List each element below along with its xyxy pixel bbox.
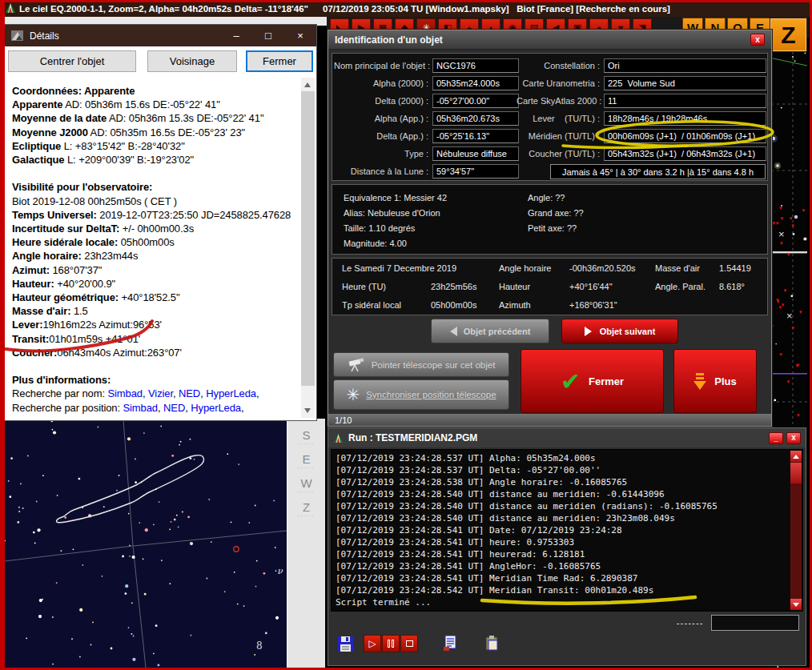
details-text: 01h01m59s +41°01' (49, 333, 140, 345)
field-value[interactable]: -05°27'00.00" (432, 94, 519, 108)
field-value[interactable]: Ori (604, 58, 766, 73)
pause-script-button[interactable] (382, 635, 400, 652)
zoom-z-button[interactable]: Z (770, 18, 807, 52)
external-link[interactable]: Simbad (123, 402, 158, 414)
save-button[interactable] (338, 636, 353, 652)
ephemeris-cell: 05h00m00s (431, 300, 477, 310)
stop-script-button[interactable] (400, 635, 418, 652)
scrollbar-thumb[interactable] (301, 91, 315, 386)
field-value[interactable]: 05h43m32s (J+1) / 06h43m32s (J+1) (604, 146, 766, 161)
details-line: Angle horaire: 23h23m44s (5, 249, 316, 263)
external-link[interactable]: NED (163, 402, 185, 414)
details-text: 1.5 (70, 305, 87, 317)
scroll-up-icon[interactable] (304, 82, 311, 87)
red-map-marker: ▾ (776, 220, 779, 226)
red-map-marker: ▾ (787, 251, 790, 257)
direction-button-e[interactable]: E (287, 452, 325, 466)
details-text: Biot 2019-12-08 00h25m50s ( CET ) (12, 195, 177, 207)
field-label: Alpha (2000) : (334, 78, 428, 88)
close-icon[interactable]: × (284, 25, 316, 46)
details-line: Recherche par position: Simbad, NED, Hyp… (5, 401, 316, 415)
red-map-marker: ▾ (776, 297, 779, 303)
details-text: Moyenne J2000 (12, 126, 88, 138)
field-value[interactable]: 11 (604, 94, 766, 108)
ephemeris-cell: Hauteur (499, 282, 530, 291)
previous-object-button[interactable]: Objet précédent (431, 319, 549, 343)
map-x-marker: × (778, 228, 785, 240)
external-link[interactable]: NED (179, 387, 200, 399)
details-line: Plus d'informations: (5, 373, 316, 387)
field-value[interactable]: 05h36m20.673s (432, 111, 519, 126)
scroll-down-icon[interactable] (304, 408, 311, 413)
details-window-icon (11, 30, 23, 41)
neighborhood-button[interactable]: Voisinage (147, 50, 237, 72)
field-value[interactable]: 225 Volume Sud (604, 76, 766, 90)
scrollbar-thumb[interactable] (790, 463, 802, 483)
info-line: Petit axe: ?? (528, 221, 584, 236)
point-telescope-button[interactable]: Pointer télescope sur cet objet (333, 352, 509, 377)
field-value[interactable]: -05°25'16.13" (432, 129, 519, 143)
details-scrollbar[interactable] (301, 78, 315, 418)
external-link[interactable]: Simbad (108, 387, 143, 399)
plus-button[interactable]: Plus (673, 349, 757, 413)
screen: Le ciel EQ.2000-1-1, Zoom=2, Alpha= 04h2… (0, 0, 812, 670)
details-content[interactable]: Coordonnées: ApparenteApparente AD: 05h3… (5, 77, 316, 420)
run-window: Run : TESTMERIDIAN2.PGM _ x [07/12/2019 … (328, 428, 806, 665)
close-dialog-button[interactable]: ✔ Fermer (521, 349, 664, 413)
script-list-button[interactable] (444, 636, 456, 651)
console-scrollbar[interactable] (790, 451, 802, 610)
next-object-button[interactable]: Objet suivant (561, 319, 678, 343)
field-value[interactable]: 05h35m24.000s (432, 76, 519, 90)
console-line: [07/12/2019 23:24:28.541 UT] heure: 0.97… (336, 536, 802, 548)
run-window-icon (333, 433, 344, 443)
run-script-button[interactable]: ▷ (364, 635, 381, 652)
direction-button-z[interactable]: Z (287, 500, 325, 514)
center-object-button[interactable]: Centrer l'objet (8, 50, 136, 72)
field-row-right: Méridien (TU/TL) :00h06m09s (J+1) / 01h0… (517, 127, 766, 145)
field-label: Delta (2000) : (334, 96, 428, 106)
red-map-marker: ▾ (779, 351, 782, 357)
direction-button-s[interactable]: S (287, 428, 325, 442)
details-text: +/- 0h00m00.3s (119, 223, 194, 235)
scroll-up-icon[interactable] (790, 451, 802, 462)
details-line (5, 359, 316, 373)
map-direction-panel: S·····E·····W·····Z····· (287, 419, 325, 668)
details-line: Coordonnées: Apparente (5, 84, 316, 98)
script-input-box[interactable] (711, 615, 799, 631)
direction-button-w[interactable]: W (287, 476, 325, 490)
details-line: Masse d'air: 1.5 (5, 304, 316, 318)
close-icon[interactable]: x (786, 432, 801, 444)
script-console[interactable]: [07/12/2019 23:24:28.537 UT] Alpha: 05h3… (331, 449, 803, 612)
ephemeris-cell: 8.618° (719, 282, 745, 291)
info-line: Alias: Nebuleuse d'Orion (344, 206, 447, 221)
close-button[interactable]: Fermer (246, 50, 313, 72)
field-value[interactable]: 18h28m46s / 19h28m46s (604, 111, 766, 126)
maximize-button[interactable]: □ (252, 25, 284, 46)
main-titlebar: Le ciel EQ.2000-1-1, Zoom=2, Alpha= 04h2… (0, 0, 812, 17)
ephemeris-cell: 1.54419 (719, 263, 751, 273)
minimize-button[interactable]: _ (769, 432, 783, 444)
minimize-button[interactable]: – (220, 25, 252, 46)
sky-map[interactable]: ν 8 (5, 420, 287, 668)
object-info-panel: Equivalence 1: Messier 42Alias: Nebuleus… (332, 184, 768, 255)
field-value[interactable]: NGC1976 (432, 58, 519, 73)
field-row-left: Nom principal de l'objet :NGC1976 (334, 57, 519, 74)
details-text: AD: 05h36m 15.6s DE:-05°22' 41" (62, 98, 219, 110)
details-text: Recherche par position: (12, 402, 123, 414)
external-link[interactable]: Vizier (148, 387, 173, 399)
ephemeris-cell: Masse d'air (655, 263, 700, 273)
details-line: Moyenne J2000 AD: 05h35m 16.5s DE:-05°23… (5, 126, 316, 139)
field-value[interactable]: Nébuleuse diffuse (432, 146, 519, 161)
field-value[interactable]: 59°34'57" (432, 164, 519, 179)
scroll-down-icon[interactable] (790, 599, 802, 610)
sync-telescope-button[interactable]: ✳ Synchroniser position télescope (333, 379, 509, 410)
external-link[interactable]: HyperLeda (206, 387, 256, 399)
external-link[interactable]: HyperLeda (191, 402, 241, 414)
close-icon[interactable]: x (750, 34, 765, 46)
copy-log-button[interactable] (485, 636, 499, 651)
console-line: [07/12/2019 23:24:28.541 UT] Meridian Ti… (336, 572, 802, 584)
red-map-marker: ▾ (782, 302, 785, 307)
field-label: Nom principal de l'objet : (334, 61, 428, 70)
field-value[interactable]: 00h06m09s (J+1) / 01h06m09s (J+1) (604, 129, 766, 143)
console-line: [07/12/2019 23:24:28.542 UT] Meridian Tr… (336, 584, 802, 596)
